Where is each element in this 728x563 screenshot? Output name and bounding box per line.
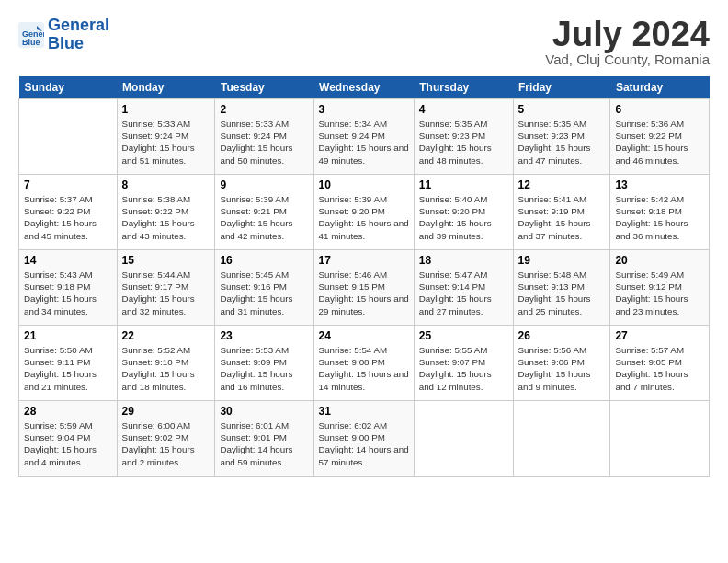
calendar-cell: 11Sunrise: 5:40 AM Sunset: 9:20 PM Dayli… xyxy=(414,175,513,250)
col-thursday: Thursday xyxy=(414,76,513,99)
day-info: Sunrise: 5:37 AM Sunset: 9:22 PM Dayligh… xyxy=(24,193,112,242)
col-friday: Friday xyxy=(513,76,610,99)
day-number: 26 xyxy=(518,329,606,342)
calendar-week-3: 14Sunrise: 5:43 AM Sunset: 9:18 PM Dayli… xyxy=(19,250,710,326)
calendar-cell: 25Sunrise: 5:55 AM Sunset: 9:07 PM Dayli… xyxy=(414,326,513,401)
day-info: Sunrise: 5:46 AM Sunset: 9:15 PM Dayligh… xyxy=(319,269,409,317)
calendar-cell: 4Sunrise: 5:35 AM Sunset: 9:23 PM Daylig… xyxy=(414,99,513,175)
day-info: Sunrise: 5:49 AM Sunset: 9:12 PM Dayligh… xyxy=(615,269,704,317)
day-number: 8 xyxy=(122,178,210,191)
calendar-cell: 5Sunrise: 5:35 AM Sunset: 9:23 PM Daylig… xyxy=(513,99,610,175)
calendar-cell: 3Sunrise: 5:34 AM Sunset: 9:24 PM Daylig… xyxy=(313,99,414,175)
logo-text: General Blue xyxy=(48,17,109,53)
day-number: 17 xyxy=(319,254,409,267)
day-info: Sunrise: 5:35 AM Sunset: 9:23 PM Dayligh… xyxy=(419,118,508,167)
subtitle: Vad, Cluj County, Romania xyxy=(545,52,710,67)
day-number: 5 xyxy=(518,103,606,116)
day-number: 28 xyxy=(24,405,112,418)
calendar-cell: 28Sunrise: 5:59 AM Sunset: 9:04 PM Dayli… xyxy=(19,401,118,477)
calendar-cell: 1Sunrise: 5:33 AM Sunset: 9:24 PM Daylig… xyxy=(117,99,215,175)
day-info: Sunrise: 5:55 AM Sunset: 9:07 PM Dayligh… xyxy=(419,344,508,393)
day-info: Sunrise: 5:42 AM Sunset: 9:18 PM Dayligh… xyxy=(615,193,704,242)
day-number: 1 xyxy=(122,103,210,116)
day-info: Sunrise: 5:54 AM Sunset: 9:08 PM Dayligh… xyxy=(319,344,409,393)
calendar-cell: 23Sunrise: 5:53 AM Sunset: 9:09 PM Dayli… xyxy=(215,326,313,401)
calendar-cell: 27Sunrise: 5:57 AM Sunset: 9:05 PM Dayli… xyxy=(610,326,710,401)
day-info: Sunrise: 5:47 AM Sunset: 9:14 PM Dayligh… xyxy=(419,269,508,317)
day-info: Sunrise: 5:33 AM Sunset: 9:24 PM Dayligh… xyxy=(122,118,210,167)
calendar-cell xyxy=(513,401,610,477)
day-number: 23 xyxy=(220,329,308,342)
day-info: Sunrise: 5:34 AM Sunset: 9:24 PM Dayligh… xyxy=(319,118,409,167)
day-info: Sunrise: 6:02 AM Sunset: 9:00 PM Dayligh… xyxy=(319,419,409,468)
day-info: Sunrise: 5:50 AM Sunset: 9:11 PM Dayligh… xyxy=(24,344,112,393)
calendar-cell: 22Sunrise: 5:52 AM Sunset: 9:10 PM Dayli… xyxy=(117,326,215,401)
title-area: July 2024 Vad, Cluj County, Romania xyxy=(545,17,710,67)
day-number: 20 xyxy=(615,254,704,267)
day-number: 16 xyxy=(220,254,308,267)
day-number: 30 xyxy=(220,405,308,418)
header-row: Sunday Monday Tuesday Wednesday Thursday… xyxy=(19,76,710,99)
day-number: 21 xyxy=(24,329,112,342)
calendar-cell: 31Sunrise: 6:02 AM Sunset: 9:00 PM Dayli… xyxy=(313,401,414,477)
logo: General Blue General Blue xyxy=(18,17,109,53)
calendar-cell: 24Sunrise: 5:54 AM Sunset: 9:08 PM Dayli… xyxy=(313,326,414,401)
day-info: Sunrise: 5:39 AM Sunset: 9:20 PM Dayligh… xyxy=(319,193,409,242)
day-info: Sunrise: 5:33 AM Sunset: 9:24 PM Dayligh… xyxy=(220,118,308,167)
calendar-week-5: 28Sunrise: 5:59 AM Sunset: 9:04 PM Dayli… xyxy=(19,401,710,477)
svg-text:Blue: Blue xyxy=(22,38,40,47)
calendar-cell: 13Sunrise: 5:42 AM Sunset: 9:18 PM Dayli… xyxy=(610,175,710,250)
day-info: Sunrise: 5:48 AM Sunset: 9:13 PM Dayligh… xyxy=(518,269,606,317)
day-number: 12 xyxy=(518,178,606,191)
day-info: Sunrise: 5:56 AM Sunset: 9:06 PM Dayligh… xyxy=(518,344,606,393)
day-number: 7 xyxy=(24,178,112,191)
calendar-cell: 30Sunrise: 6:01 AM Sunset: 9:01 PM Dayli… xyxy=(215,401,313,477)
calendar-week-1: 1Sunrise: 5:33 AM Sunset: 9:24 PM Daylig… xyxy=(19,99,710,175)
calendar-table: Sunday Monday Tuesday Wednesday Thursday… xyxy=(18,76,710,477)
col-saturday: Saturday xyxy=(610,76,710,99)
day-info: Sunrise: 5:35 AM Sunset: 9:23 PM Dayligh… xyxy=(518,118,606,167)
calendar-cell: 17Sunrise: 5:46 AM Sunset: 9:15 PM Dayli… xyxy=(313,250,414,326)
col-wednesday: Wednesday xyxy=(313,76,414,99)
header: General Blue General Blue July 2024 Vad,… xyxy=(18,17,710,67)
day-info: Sunrise: 5:36 AM Sunset: 9:22 PM Dayligh… xyxy=(615,118,704,167)
day-number: 27 xyxy=(615,329,704,342)
col-monday: Monday xyxy=(117,76,215,99)
page: General Blue General Blue July 2024 Vad,… xyxy=(0,0,728,488)
day-info: Sunrise: 5:38 AM Sunset: 9:22 PM Dayligh… xyxy=(122,193,210,242)
day-info: Sunrise: 5:40 AM Sunset: 9:20 PM Dayligh… xyxy=(419,193,508,242)
day-info: Sunrise: 5:59 AM Sunset: 9:04 PM Dayligh… xyxy=(24,419,112,468)
calendar-cell: 15Sunrise: 5:44 AM Sunset: 9:17 PM Dayli… xyxy=(117,250,215,326)
calendar-cell: 9Sunrise: 5:39 AM Sunset: 9:21 PM Daylig… xyxy=(215,175,313,250)
calendar-cell: 6Sunrise: 5:36 AM Sunset: 9:22 PM Daylig… xyxy=(610,99,710,175)
day-number: 25 xyxy=(419,329,508,342)
day-number: 19 xyxy=(518,254,606,267)
calendar-cell: 8Sunrise: 5:38 AM Sunset: 9:22 PM Daylig… xyxy=(117,175,215,250)
day-number: 29 xyxy=(122,405,210,418)
calendar-cell xyxy=(414,401,513,477)
calendar-cell xyxy=(19,99,118,175)
calendar-cell: 19Sunrise: 5:48 AM Sunset: 9:13 PM Dayli… xyxy=(513,250,610,326)
day-info: Sunrise: 5:41 AM Sunset: 9:19 PM Dayligh… xyxy=(518,193,606,242)
day-info: Sunrise: 5:57 AM Sunset: 9:05 PM Dayligh… xyxy=(615,344,704,393)
day-number: 2 xyxy=(220,103,308,116)
day-info: Sunrise: 6:01 AM Sunset: 9:01 PM Dayligh… xyxy=(220,419,308,468)
calendar-body: 1Sunrise: 5:33 AM Sunset: 9:24 PM Daylig… xyxy=(19,99,710,477)
day-info: Sunrise: 5:39 AM Sunset: 9:21 PM Dayligh… xyxy=(220,193,308,242)
calendar-cell: 14Sunrise: 5:43 AM Sunset: 9:18 PM Dayli… xyxy=(19,250,118,326)
col-tuesday: Tuesday xyxy=(215,76,313,99)
calendar-week-2: 7Sunrise: 5:37 AM Sunset: 9:22 PM Daylig… xyxy=(19,175,710,250)
day-info: Sunrise: 5:53 AM Sunset: 9:09 PM Dayligh… xyxy=(220,344,308,393)
day-number: 3 xyxy=(319,103,409,116)
calendar-cell: 21Sunrise: 5:50 AM Sunset: 9:11 PM Dayli… xyxy=(19,326,118,401)
day-number: 9 xyxy=(220,178,308,191)
day-number: 18 xyxy=(419,254,508,267)
calendar-week-4: 21Sunrise: 5:50 AM Sunset: 9:11 PM Dayli… xyxy=(19,326,710,401)
day-info: Sunrise: 5:52 AM Sunset: 9:10 PM Dayligh… xyxy=(122,344,210,393)
calendar-cell: 18Sunrise: 5:47 AM Sunset: 9:14 PM Dayli… xyxy=(414,250,513,326)
calendar-cell xyxy=(610,401,710,477)
day-info: Sunrise: 5:43 AM Sunset: 9:18 PM Dayligh… xyxy=(24,269,112,317)
day-number: 22 xyxy=(122,329,210,342)
day-number: 14 xyxy=(24,254,112,267)
calendar-cell: 20Sunrise: 5:49 AM Sunset: 9:12 PM Dayli… xyxy=(610,250,710,326)
